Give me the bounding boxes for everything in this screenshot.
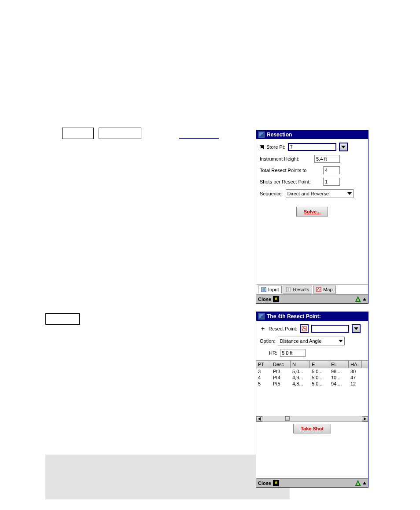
tab-input[interactable]: Input [258, 286, 282, 294]
nth-point-title: The 4th Resect Point: [267, 313, 321, 319]
chevron-down-icon [347, 192, 352, 195]
svg-point-13 [357, 484, 358, 484]
store-pt-input[interactable] [288, 143, 336, 151]
take-shot-button[interactable]: Take Shot [293, 424, 331, 433]
cell-ha: 12 [349, 381, 362, 387]
tab-results-label: Results [293, 287, 309, 292]
map-icon [302, 326, 307, 331]
resection-titlebar[interactable]: Resection [256, 130, 368, 139]
cell-desc: Pt4 [271, 374, 291, 381]
cell-e: 5,0... [310, 368, 329, 374]
resect-point-dropdown-button[interactable] [352, 324, 361, 333]
expand-up-icon[interactable] [363, 298, 366, 301]
resection-tabs: Input Results Map [256, 284, 368, 294]
col-e[interactable]: E [310, 361, 329, 368]
sequence-label: Sequence: [260, 191, 283, 196]
resection-title: Resection [267, 132, 292, 138]
hr-input[interactable] [280, 349, 306, 357]
hr-label: HR: [260, 350, 277, 356]
instrument-status-icon[interactable] [355, 480, 361, 486]
note-panel [45, 455, 290, 499]
cell-n: 4,8... [291, 381, 310, 387]
close-button[interactable]: Close [258, 481, 271, 486]
cell-n: 4,9... [291, 374, 310, 381]
outline-box-2 [99, 128, 141, 139]
nth-point-titlebar[interactable]: The 4th Resect Point: [256, 312, 368, 321]
cell-desc: Pt5 [271, 381, 291, 387]
tab-map-label: Map [323, 287, 332, 292]
favorite-icon[interactable] [273, 480, 279, 486]
resect-point-label: Resect Point: [269, 326, 297, 331]
scroll-track[interactable] [262, 416, 362, 422]
outline-box-1 [62, 128, 94, 139]
scroll-right-button[interactable] [362, 416, 368, 422]
sequence-value: Direct and Reverse [287, 191, 329, 196]
solve-button-label: Solve... [304, 209, 321, 214]
take-shot-bar: Take Shot [256, 422, 368, 435]
shots-table: PT Desc N E EL HA 3 Pt3 5,0... 5,0... 98… [256, 360, 368, 422]
cell-pt: 4 [256, 374, 271, 381]
cell-pt: 5 [256, 381, 271, 387]
table-body: 3 Pt3 5,0... 5,0... 98.... 30 4 Pt4 4,9.… [256, 368, 368, 416]
form-icon [261, 287, 266, 292]
nth-point-form: + Resect Point: Option: Distance and Ang… [256, 321, 368, 357]
instrument-status-icon[interactable] [355, 296, 361, 302]
option-select[interactable]: Distance and Angle [278, 337, 345, 345]
map-icon [316, 287, 321, 292]
resect-point-input[interactable] [311, 325, 349, 333]
underline-mark [179, 138, 219, 139]
pick-from-map-button[interactable] [300, 324, 309, 333]
scroll-left-button[interactable] [256, 416, 262, 422]
sequence-select[interactable]: Direct and Reverse [286, 189, 354, 198]
table-row[interactable]: 4 Pt4 4,9... 5,0... 10... 47 [256, 374, 368, 381]
resection-form: Store Pt: Instrument Height: Total Resec… [256, 139, 368, 218]
cell-ha: 47 [349, 374, 362, 381]
col-pt[interactable]: PT [256, 361, 271, 368]
triangle-left-icon [258, 417, 261, 421]
svg-point-10 [357, 300, 358, 301]
outline-box-3 [45, 313, 80, 325]
tab-map[interactable]: Map [313, 286, 335, 294]
chevron-down-icon [354, 327, 358, 330]
table-row[interactable]: 3 Pt3 5,0... 5,0... 98.... 30 [256, 368, 368, 374]
cell-el: 98.... [329, 368, 349, 374]
table-header: PT Desc N E EL HA [256, 361, 368, 368]
tab-results[interactable]: Results [283, 286, 312, 294]
cell-n: 5,0... [291, 368, 310, 374]
plus-icon: + [260, 325, 266, 332]
solve-button[interactable]: Solve... [296, 207, 328, 216]
cell-pt: 3 [256, 368, 271, 374]
table-row[interactable]: 5 Pt5 4,8... 5,0... 94.... 12 [256, 381, 368, 387]
store-pt-dropdown-button[interactable] [339, 143, 348, 151]
cell-el: 10... [329, 374, 349, 381]
chevron-down-icon [339, 340, 343, 342]
col-el[interactable]: EL [329, 361, 349, 368]
document-icon [286, 287, 291, 292]
cell-ha: 30 [349, 368, 362, 374]
chevron-down-icon [341, 146, 346, 148]
shots-per-point-label: Shots per Resect Point: [260, 179, 321, 184]
cell-e: 5,0... [310, 374, 329, 381]
svg-marker-9 [356, 297, 360, 301]
total-resect-points-input[interactable] [323, 166, 340, 174]
resection-dialog: Resection Store Pt: Instrument Height: T… [256, 130, 368, 304]
option-label: Option: [260, 338, 275, 344]
shots-per-point-input[interactable] [323, 178, 340, 186]
horizontal-scrollbar[interactable] [256, 416, 368, 422]
col-desc[interactable]: Desc [271, 361, 291, 368]
expand-up-icon[interactable] [363, 482, 366, 484]
favorite-icon[interactable] [273, 296, 279, 302]
scroll-thumb[interactable] [285, 416, 290, 421]
col-ha[interactable]: HA [349, 361, 362, 368]
close-button[interactable]: Close [258, 297, 271, 302]
option-value: Distance and Angle [280, 338, 321, 344]
total-resect-points-label: Total Resect Points to [260, 168, 321, 173]
store-point-marker-icon [260, 145, 264, 149]
nth-resect-point-dialog: The 4th Resect Point: + Resect Point: Op… [256, 312, 368, 488]
instrument-height-input[interactable] [314, 155, 340, 163]
col-n[interactable]: N [291, 361, 310, 368]
tab-input-label: Input [268, 287, 279, 292]
store-pt-label: Store Pt: [266, 144, 285, 150]
take-shot-label: Take Shot [301, 426, 324, 431]
cell-e: 5,0... [310, 381, 329, 387]
